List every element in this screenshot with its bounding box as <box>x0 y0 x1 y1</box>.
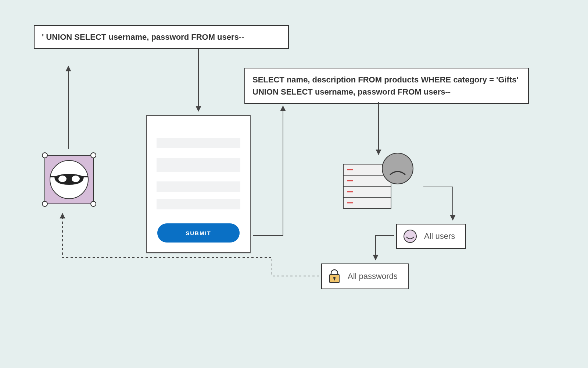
arrow-db-to-users <box>423 187 453 220</box>
diagram-canvas: ' UNION SELECT username, password FROM u… <box>0 0 588 368</box>
arrow-users-to-passwords <box>376 236 394 260</box>
arrows-layer <box>0 0 588 368</box>
arrow-data-to-attacker-dashed <box>62 213 319 276</box>
arrow-form-to-query <box>253 106 283 236</box>
